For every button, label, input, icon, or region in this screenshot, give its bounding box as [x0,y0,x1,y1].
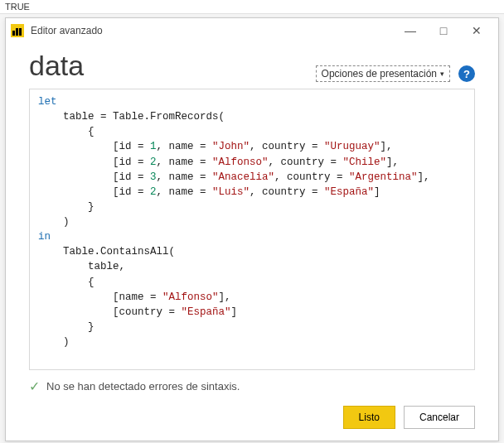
cancel-button[interactable]: Cancelar [404,406,475,429]
check-icon: ✓ [29,378,40,394]
powerbi-icon [11,24,24,37]
button-row: Listo Cancelar [29,406,475,429]
code-editor[interactable]: let table = Table.FromRecords( { [id = 1… [29,89,475,370]
status-message: No se han detectado errores de sintaxis. [46,380,240,392]
status-row: ✓ No se han detectado errores de sintaxi… [29,378,475,394]
close-button[interactable]: ✕ [460,19,493,42]
outer-true-label: TRUE [0,0,504,14]
display-options-label: Opciones de presentación [322,68,437,79]
query-name-title: data [29,50,316,82]
done-button[interactable]: Listo [343,406,395,429]
content-area: data Opciones de presentación ▾ ? let ta… [6,43,498,441]
minimize-button[interactable]: — [394,19,427,42]
titlebar: Editor avanzado — □ ✕ [6,18,498,43]
display-options-button[interactable]: Opciones de presentación ▾ [316,65,450,82]
maximize-button[interactable]: □ [427,19,460,42]
help-icon[interactable]: ? [458,65,475,82]
window-title: Editor avanzado [31,25,103,36]
chevron-down-icon: ▾ [440,70,444,78]
editor-window: Editor avanzado — □ ✕ data Opciones de p… [5,17,499,441]
heading-row: data Opciones de presentación ▾ ? [29,50,475,82]
